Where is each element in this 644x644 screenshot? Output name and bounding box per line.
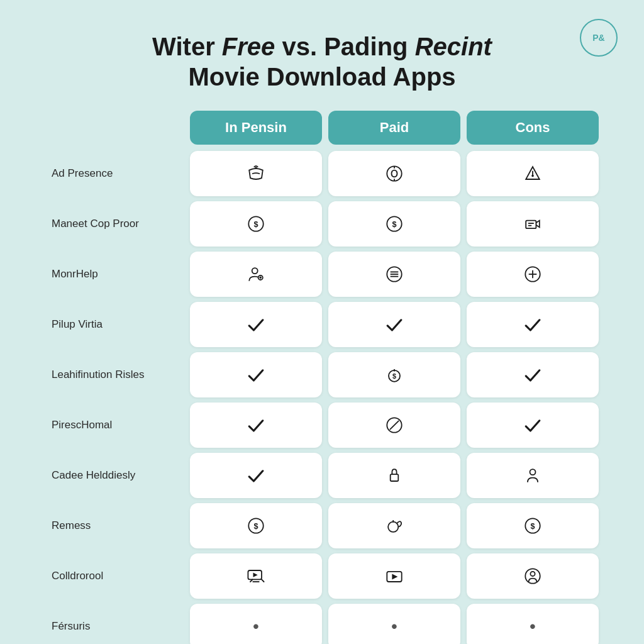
table-row: Pilup Virtia xyxy=(45,302,599,347)
svg-point-10 xyxy=(252,268,258,274)
cell-5-2 xyxy=(328,402,460,448)
cell-0-3 xyxy=(467,151,599,196)
row-label-7: Remess xyxy=(45,519,184,532)
cell-2-3 xyxy=(467,252,599,297)
svg-point-0 xyxy=(255,167,257,169)
cell-8-1 xyxy=(190,553,322,599)
cell-8-3 xyxy=(467,553,599,599)
cell-6-2 xyxy=(328,453,460,498)
svg-rect-26 xyxy=(391,474,399,481)
svg-point-40 xyxy=(530,572,535,576)
svg-marker-38 xyxy=(392,574,397,579)
row-label-2: MonrHelp xyxy=(45,268,184,280)
cell-9-2: • xyxy=(328,604,460,644)
dot-icon: • xyxy=(530,616,536,636)
cell-1-1: $ xyxy=(190,201,322,247)
cell-0-2 xyxy=(328,151,460,196)
header-col1: In Pensin xyxy=(190,111,322,145)
row-label-9: Férsuris xyxy=(45,620,184,633)
cell-5-1 xyxy=(190,402,322,448)
svg-text:$: $ xyxy=(253,220,258,229)
svg-text:$: $ xyxy=(392,372,396,380)
svg-text:$: $ xyxy=(253,522,258,531)
header-row: In Pensin Paid Cons xyxy=(45,111,599,145)
cell-2-1 xyxy=(190,252,322,297)
svg-point-27 xyxy=(530,469,536,475)
svg-line-25 xyxy=(390,421,399,430)
row-label-0: Ad Presence xyxy=(45,167,184,180)
cell-6-1 xyxy=(190,453,322,498)
cell-7-1: $ xyxy=(190,503,322,548)
row-label-6: Cadee Helddiesly xyxy=(45,469,184,482)
comparison-table: In Pensin Paid Cons Ad Presence xyxy=(45,111,599,644)
row-label-3: Pilup Virtia xyxy=(45,318,184,331)
svg-text:$: $ xyxy=(392,220,396,229)
table-row: Cadee Helddiesly xyxy=(45,453,599,498)
cell-4-2: $ xyxy=(328,352,460,397)
cell-1-2: $ xyxy=(328,201,460,247)
cell-4-1 xyxy=(190,352,322,397)
cell-7-2 xyxy=(328,503,460,548)
row-label-4: Leahifinution Risles xyxy=(45,369,184,381)
table-row: Colldrorool xyxy=(45,553,599,599)
dot-icon: • xyxy=(253,616,259,636)
header-col3: Cons xyxy=(467,111,599,145)
cell-9-1: • xyxy=(190,604,322,644)
cell-1-3 xyxy=(467,201,599,247)
dot-icon: • xyxy=(391,616,397,636)
cell-4-3 xyxy=(467,352,599,397)
table-row: MonrHelp xyxy=(45,252,599,297)
table-row: Ad Presence xyxy=(45,151,599,196)
svg-text:$: $ xyxy=(530,522,535,531)
table-row: Férsuris • • • xyxy=(45,604,599,644)
table-row: Leahifinution Risles $ xyxy=(45,352,599,397)
cell-0-1 xyxy=(190,151,322,196)
page-title: Witer Free vs. Pading Recint Movie Downl… xyxy=(45,31,599,92)
main-card: P& Witer Free vs. Pading Recint Movie Do… xyxy=(20,13,624,644)
data-rows: Ad Presence xyxy=(45,151,599,644)
cell-2-2 xyxy=(328,252,460,297)
row-label-1: Maneet Cop Proor xyxy=(45,218,184,230)
cell-8-2 xyxy=(328,553,460,599)
cell-3-2 xyxy=(328,302,460,347)
cell-7-3: $ xyxy=(467,503,599,548)
row-label-8: Colldrorool xyxy=(45,570,184,582)
cell-5-3 xyxy=(467,402,599,448)
svg-rect-7 xyxy=(526,221,536,229)
title-heading: Witer Free vs. Pading Recint Movie Downl… xyxy=(45,31,599,92)
header-empty xyxy=(45,111,184,145)
cell-3-3 xyxy=(467,302,599,347)
svg-marker-35 xyxy=(253,573,258,577)
cell-9-3: • xyxy=(467,604,599,644)
row-label-5: PirescHomal xyxy=(45,419,184,431)
cell-3-1 xyxy=(190,302,322,347)
brand-logo: P& xyxy=(580,19,618,57)
table-row: PirescHomal xyxy=(45,402,599,448)
table-row: Remess $ $ xyxy=(45,503,599,548)
header-col2: Paid xyxy=(328,111,460,145)
table-row: Maneet Cop Proor $ $ xyxy=(45,201,599,247)
cell-6-3 xyxy=(467,453,599,498)
